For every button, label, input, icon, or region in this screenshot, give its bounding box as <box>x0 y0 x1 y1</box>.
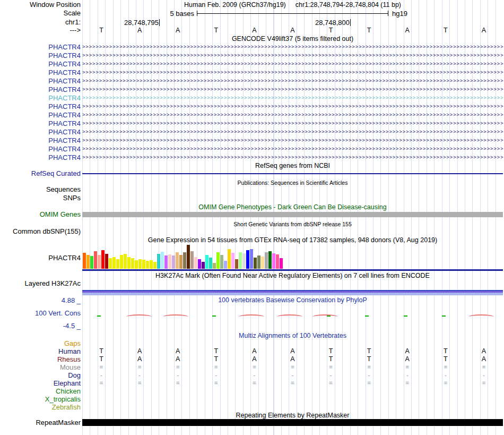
gencode-item-label[interactable]: PHACTR4 <box>0 43 81 52</box>
gencode-item-label[interactable]: PHACTR4 <box>0 128 81 137</box>
alignment-mark: = <box>444 363 447 371</box>
alignment-mark: = <box>329 379 332 387</box>
gencode-item-label[interactable]: PHACTR4 <box>0 103 81 111</box>
alignment-mark: = <box>214 379 218 387</box>
gtex-track-title: Gene Expression in 54 tissues from GTEx … <box>82 236 503 244</box>
transcript-arrow-line: >>>>>>>>>>>>>>>>>>>>>>>>>>>>>>>>>>>>>>>>… <box>82 119 503 127</box>
base-letter: T <box>367 27 371 35</box>
aligned-base: T <box>214 347 218 355</box>
gencode-transcript-row: PHACTR4>>>>>>>>>>>>>>>>>>>>>>>>>>>>>>>>>… <box>0 42 504 51</box>
gtex-expression-bar <box>109 258 112 269</box>
base-letter: T <box>444 27 448 35</box>
species-label[interactable]: Human <box>0 347 81 355</box>
aligned-base: T <box>214 355 218 363</box>
alignment-mark: = <box>406 379 409 387</box>
gtex-expression-bar <box>187 245 190 269</box>
transcript-arrow-line: >>>>>>>>>>>>>>>>>>>>>>>>>>>>>>>>>>>>>>>>… <box>82 76 503 85</box>
gtex-expression-bar <box>202 262 205 269</box>
position-range: chr1:28,748,794-28,748,804 (11 bp) <box>296 1 401 8</box>
scale-value: 5 bases <box>127 10 194 18</box>
aligned-base: A <box>137 355 142 363</box>
species-label[interactable]: Dog <box>0 371 81 379</box>
species-label[interactable]: Elephant <box>0 379 81 387</box>
refseq-track-title: RefSeq genes from NCBI <box>82 162 503 169</box>
aligned-base: T <box>444 355 448 363</box>
gtex-expression-bar <box>239 252 242 269</box>
alignment-mark: - <box>406 371 409 379</box>
coordinate-tick-label: 28,748,800 <box>273 19 350 27</box>
gencode-transcript-rows: PHACTR4>>>>>>>>>>>>>>>>>>>>>>>>>>>>>>>>>… <box>0 42 504 161</box>
species-label[interactable]: Mouse <box>0 363 81 371</box>
species-label[interactable]: Chicken <box>0 387 81 395</box>
gencode-transcript-row: PHACTR4>>>>>>>>>>>>>>>>>>>>>>>>>>>>>>>>>… <box>0 76 504 85</box>
gtex-expression-bar <box>198 259 201 269</box>
gencode-item-label[interactable]: PHACTR4 <box>0 111 81 120</box>
alignment-mark: - <box>254 371 256 379</box>
gencode-item-label[interactable]: PHACTR4 <box>0 77 81 86</box>
gencode-item-label[interactable]: PHACTR4 <box>0 120 81 128</box>
snps-label[interactable]: SNPs <box>0 194 81 202</box>
aligned-base: T <box>367 347 371 355</box>
coordinate-tick-label: 28,748,795 <box>82 19 159 27</box>
refseq-curated-label[interactable]: RefSeq Curated <box>0 170 81 177</box>
gencode-item-label[interactable]: PHACTR4 <box>0 86 81 94</box>
omim-track-title: OMIM Gene Phenotypes - Dark Green Can Be… <box>82 203 503 211</box>
alignment-mark: - <box>445 371 447 379</box>
alignment-mark: = <box>214 363 218 371</box>
alignment-row: X_tropicalis <box>0 395 504 403</box>
phylop-negative-arc <box>277 314 302 319</box>
gencode-item-label[interactable]: PHACTR4 <box>0 137 81 145</box>
alignment-mark: = <box>100 363 103 371</box>
sequences-label[interactable]: Sequences <box>0 186 81 193</box>
alignment-mark: - <box>177 371 179 379</box>
base-letter: T <box>214 27 218 35</box>
window-position-label: Window Position <box>0 1 81 8</box>
gtex-expression-bar <box>164 255 168 269</box>
phylop-positive-tick <box>404 315 407 317</box>
conservation-track-label[interactable]: 100 Vert. Cons <box>0 310 81 317</box>
species-label[interactable]: Gaps <box>0 339 81 347</box>
aligned-base: A <box>252 355 256 363</box>
omim-genes-label[interactable]: OMIM Genes <box>0 211 81 218</box>
base-letter: A <box>252 27 256 35</box>
gtex-expression-bar <box>112 257 116 269</box>
phylop-negative-arc <box>239 314 264 319</box>
alignment-mark: = <box>138 363 141 371</box>
gtex-expression-bar <box>98 255 101 269</box>
aligned-base: T <box>99 347 103 355</box>
gencode-transcript-row: PHACTR4>>>>>>>>>>>>>>>>>>>>>>>>>>>>>>>>>… <box>0 93 504 102</box>
alignment-mark: = <box>291 363 294 371</box>
gtex-expression-bar <box>150 260 153 269</box>
repeatmasker-label[interactable]: RepeatMasker <box>0 419 81 427</box>
layered-h3k27ac-label[interactable]: Layered H3K27Ac <box>0 280 81 287</box>
species-label[interactable]: Rhesus <box>0 355 81 363</box>
gencode-item-label[interactable]: PHACTR4 <box>0 52 81 60</box>
transcript-arrow-line: >>>>>>>>>>>>>>>>>>>>>>>>>>>>>>>>>>>>>>>>… <box>82 136 503 144</box>
species-label[interactable]: X_tropicalis <box>0 395 81 403</box>
alignment-mark: = <box>291 379 294 387</box>
alignment-row: Dog----------- <box>0 371 504 379</box>
phylop-positive-tick <box>212 315 216 317</box>
aligned-base: A <box>137 347 142 355</box>
scale-assembly: hg19 <box>392 10 407 18</box>
gencode-transcript-row: PHACTR4>>>>>>>>>>>>>>>>>>>>>>>>>>>>>>>>>… <box>0 102 504 110</box>
gtex-expression-bar <box>235 259 238 269</box>
conservation-max-value: 4.88 _ <box>0 297 81 304</box>
aligned-base: T <box>367 355 371 363</box>
gencode-item-label[interactable]: PHACTR4 <box>0 145 81 153</box>
gencode-item-label[interactable]: PHACTR4 <box>0 94 81 103</box>
gtex-expression-bar <box>231 253 234 269</box>
gencode-item-label[interactable]: PHACTR4 <box>0 69 81 77</box>
gtex-expression-bar <box>138 259 142 269</box>
gencode-transcript-row: PHACTR4>>>>>>>>>>>>>>>>>>>>>>>>>>>>>>>>>… <box>0 68 504 76</box>
transcript-arrow-line: >>>>>>>>>>>>>>>>>>>>>>>>>>>>>>>>>>>>>>>>… <box>82 144 503 153</box>
gtex-expression-bar <box>86 255 90 269</box>
gencode-item-label[interactable]: PHACTR4 <box>0 153 81 162</box>
alignment-mark: - <box>215 371 217 379</box>
common-dbsnp-label[interactable]: Common dbSNP(155) <box>0 228 81 235</box>
phylop-positive-tick <box>365 315 369 317</box>
gtex-gene-label[interactable]: PHACTR4 <box>0 254 81 262</box>
species-label[interactable]: Zebrafish <box>0 403 81 411</box>
gtex-expression-bar <box>276 254 279 269</box>
gencode-item-label[interactable]: PHACTR4 <box>0 60 81 69</box>
